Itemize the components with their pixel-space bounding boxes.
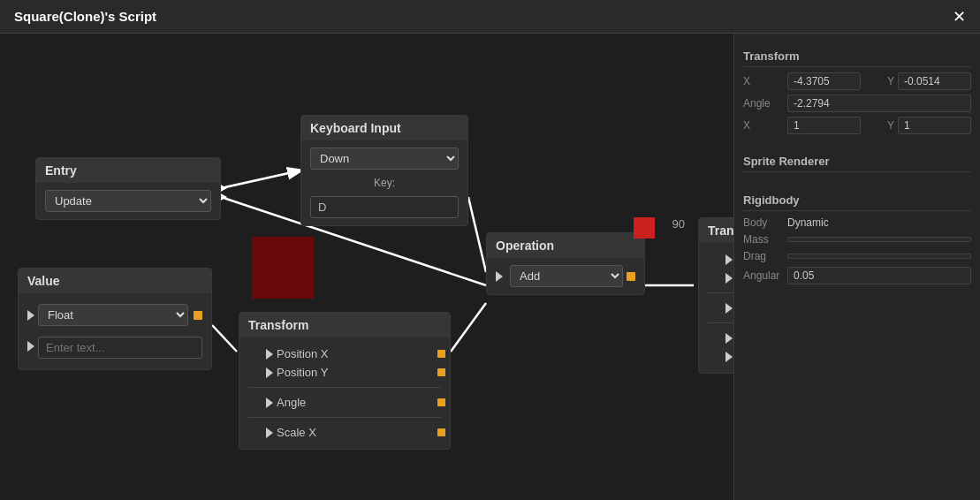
rotation-label: 90 [672,217,685,231]
tl-pos-x-label: Position X [277,347,329,360]
transform-right-body: Position X Position Y Angle Scale X [699,243,733,373]
keyboard-input-node: Keyboard Input Down Key: [300,115,468,226]
tr-scalex-row: Scale X [708,329,733,347]
transform-right-node: Transform Position X Position Y Angle [698,217,733,374]
tr-pos-x-triangle [726,254,733,265]
panel-angle-value[interactable]: -2.2794 [787,95,971,112]
panel-sy-value[interactable]: 1 [898,117,971,134]
tl-pos-y-row: Position Y [248,363,441,382]
tl-scalex-row: Scale X [248,423,441,442]
tr-angle-row: Angle [708,299,733,317]
panel-sx-value[interactable]: 1 [787,117,861,134]
value-node-body: Float [19,293,211,369]
entry-node-header: Entry [36,158,220,183]
panel-transform-header: Transform [743,46,971,67]
panel-angular-row: Angular 0.05 [743,267,971,284]
keyboard-input-node-body: Down Key: [301,140,467,225]
entry-node-body: Update [36,183,220,219]
transform-left-body: Position X Position Y Angle Scale X [239,337,450,449]
svg-line-0 [221,170,300,188]
tl-scalex-label: Scale X [277,426,316,439]
panel-y-label: Y [868,75,894,87]
panel-mass-label: Mass [743,233,787,246]
tl-scalex-triangle [266,428,273,438]
operation-type-select[interactable]: Add [510,265,623,287]
op-in-triangle [496,271,503,282]
tl-pos-y-port [437,368,445,376]
panel-angular-value[interactable]: 0.05 [787,267,971,284]
title-bar: Square(Clone)'s Script ✕ [0,0,980,34]
panel-rigidbody-section: Rigidbody Body Dynamic Mass Drag Angular… [734,185,980,294]
transform-left-header: Transform [239,313,450,337]
transform-right-header: Transform [699,218,733,243]
keyboard-event-select[interactable]: Down [310,148,459,170]
panel-sprite-header: Sprite Renderer [743,151,971,172]
operation-node-header: Operation [487,233,644,258]
tl-scalex-port [437,428,445,436]
value-type-select[interactable]: Float [38,304,188,326]
panel-body-row: Body Dynamic [743,216,971,229]
value-triangle-icon [27,310,34,321]
entry-node: Entry Update [35,157,221,220]
panel-drag-row: Drag [743,250,971,262]
tr-pos-y-triangle [726,273,733,284]
panel-body-value: Dynamic [787,216,971,229]
key-label: Key: [310,177,459,189]
entry-mode-select[interactable]: Update [45,190,211,212]
value-node: Value Float [18,268,212,370]
panel-angular-label: Angular [743,269,787,282]
panel-x-value[interactable]: -4.3705 [787,72,861,90]
svg-line-4 [212,325,237,352]
panel-angle-label: Angle [743,97,787,110]
panel-transform-section: Transform X -4.3705 Y -0.0514 Angle -2.2… [734,41,980,144]
panel-sy-label: Y [868,119,894,132]
panel-rigidbody-header: Rigidbody [743,190,971,211]
panel-x-row: X -4.3705 Y -0.0514 [743,72,971,90]
panel-mass-value[interactable] [787,237,971,242]
tr-pos-x-row: Position X [708,250,733,269]
value-text-input[interactable] [38,337,202,359]
tl-pos-y-label: Position Y [277,366,328,379]
svg-line-2 [468,197,486,272]
panel-sprite-section: Sprite Renderer [734,146,980,183]
right-red-square [634,217,655,239]
tr-angle-triangle [726,303,733,314]
panel-drag-label: Drag [743,250,787,262]
tl-pos-y-triangle [266,367,273,378]
panel-mass-row: Mass [743,233,971,246]
right-panel: Transform X -4.3705 Y -0.0514 Angle -2.2… [733,34,980,500]
tl-angle-port [437,398,445,406]
panel-angle-row: Angle -2.2794 [743,95,971,112]
tl-pos-x-triangle [266,349,273,360]
panel-drag-value[interactable] [787,254,971,259]
tl-angle-label: Angle [277,396,306,409]
panel-body-label: Body [743,216,787,229]
value-port-row-1: Float [27,300,202,330]
value-triangle-icon-2 [27,341,34,352]
key-value-input[interactable] [310,196,459,218]
panel-y-value[interactable]: -0.0514 [898,72,971,90]
value-port-row-2 [27,330,202,362]
tr-pos-y-row: Position Y [708,269,733,287]
value-node-header: Value [19,269,211,293]
canvas-area: Entry Update Value Float Keyboard Inpu [0,34,733,500]
panel-scale-row: X 1 Y 1 [743,117,971,134]
bg-decoration [252,237,314,299]
tl-pos-x-port [437,350,445,358]
tr-scaley-row: Scale Y [708,347,733,366]
close-button[interactable]: ✕ [953,9,966,25]
tl-angle-triangle [266,398,273,408]
value-output-port [194,311,202,320]
window-title: Square(Clone)'s Script [14,9,156,24]
panel-sx-label: X [743,119,787,132]
panel-x-label: X [743,75,787,87]
keyboard-input-node-header: Keyboard Input [301,116,467,140]
op-output-port [627,272,635,281]
operation-node: Operation Add [486,232,645,295]
tr-scalex-triangle [726,333,733,344]
transform-left-node: Transform Position X Position Y Angle [239,312,451,450]
tl-pos-x-row: Position X [248,345,441,363]
operation-node-body: Add [487,258,644,294]
tl-angle-row: Angle [248,393,441,412]
svg-line-3 [451,303,486,352]
